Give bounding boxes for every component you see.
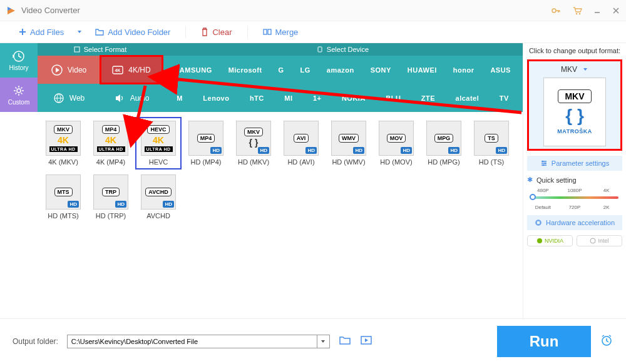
output-format-box[interactable]: MKV MKV { } MATROŠKA [527,59,622,151]
format-label: AVCHD [146,212,170,220]
slider-thumb[interactable] [530,194,536,200]
format-item-hd-mp4-[interactable]: MP4HDHD (MP4) [184,118,228,168]
separator [247,26,248,38]
output-format-title: Click to change output format: [527,47,622,54]
brand-amazon[interactable]: amazon [327,66,354,74]
add-files-button[interactable]: Add Files [13,25,70,39]
main: History Custom Select Format Select Devi… [0,43,626,318]
format-item-hd-trp-[interactable]: TRPHDHD (TRP) [89,172,133,222]
format-item-hd-mpg-[interactable]: MPGHDHD (MPG) [422,118,466,168]
output-folder-dropdown[interactable] [317,335,329,348]
svg-point-17 [542,161,544,163]
intel-chip[interactable]: Intel [577,235,622,246]
minimize-icon[interactable] [593,7,601,14]
audio-category[interactable]: Audio [100,84,163,112]
key-icon[interactable] [551,6,561,16]
quick-setting-section: ✱ Quick setting 480P1080P4K Default720P2… [527,176,622,210]
merge-label: Merge [275,28,299,37]
chip-icon [535,219,542,226]
hw-chips: NVIDIA Intel [527,235,622,246]
brand-mi[interactable]: MI [284,94,292,102]
output-folder-input[interactable] [67,335,330,348]
svg-point-3 [576,13,577,14]
brands-row-1: SAMSUNGMicrosoftGLGamazonSONYHUAWEIhonor… [163,66,523,74]
format-label: HD (MKV) [238,158,269,166]
brand-zte[interactable]: ZTE [421,94,435,102]
brand-g[interactable]: G [279,66,284,74]
web-category[interactable]: Web [38,84,100,112]
4k-hd-category[interactable]: 4K 4K/HD [100,56,163,84]
svg-text:4K: 4K [115,68,121,73]
hardware-accel-button[interactable]: Hardware acceleration [527,215,622,230]
ribbon: Select Format Select Device Video 4K [38,43,523,112]
ribbon-row-2: Web Audio MLenovohTCMI1+NOKIABLUZTEalcat… [38,84,523,112]
svg-point-21 [537,238,542,243]
quality-slider[interactable]: 480P1080P4K Default720P2K [527,188,622,210]
matroska-icon: { } [565,106,584,126]
app-logo-icon [6,6,16,16]
brand-samsung[interactable]: SAMSUNG [175,66,212,74]
brand-tv[interactable]: TV [500,94,509,102]
cart-icon[interactable] [572,6,582,16]
svg-rect-10 [74,47,80,52]
clear-button[interactable]: Clear [195,25,238,39]
format-item-hevc[interactable]: HEVC4KULTRA HDHEVC [136,118,180,168]
parameter-settings-button[interactable]: Parameter settings [527,156,622,171]
format-item-4k-mkv-[interactable]: MKV4KULTRA HD4K (MKV) [41,118,85,168]
chevron-down-icon [582,66,588,73]
quick-setting-header: ✱ Quick setting [527,176,622,184]
brand-blu[interactable]: BLU [386,94,401,102]
format-item-hd-ts-[interactable]: TSHDHD (TS) [470,118,513,168]
format-item-hd-avi-[interactable]: AVIHDHD (AVI) [279,118,323,168]
format-item-4k-mp4-[interactable]: MP44KULTRA HD4K (MP4) [89,118,133,168]
brand-nokia[interactable]: NOKIA [342,94,366,102]
brand-htc[interactable]: hTC [250,94,264,102]
output-format-preview: MKV { } MATROŠKA [543,78,606,146]
browse-folder-icon[interactable] [339,335,351,348]
add-folder-label: Add Video Folder [108,28,170,37]
format-item-hd-mkv-[interactable]: MKV{ }HDHD (MKV) [232,118,275,168]
history-tab[interactable]: History [0,43,38,78]
add-files-dropdown[interactable] [74,26,85,38]
video-folder-icon[interactable] [360,335,372,348]
brand-asus[interactable]: ASUS [490,66,511,74]
format-item-hd-mts-[interactable]: MTSHDHD (MTS) [41,172,85,222]
folder-icon [95,28,104,36]
gear-icon [13,84,25,97]
format-icon [74,46,80,53]
brand-m[interactable]: M [177,94,183,102]
svg-rect-6 [264,29,267,34]
svg-rect-20 [536,221,540,225]
globe-icon [53,93,64,104]
output-format-select[interactable]: MKV [557,64,592,75]
chevron-down-icon [76,29,83,35]
format-label: HD (MTS) [48,212,79,220]
add-video-folder-button[interactable]: Add Video Folder [89,25,177,39]
svg-point-2 [552,9,556,13]
close-icon[interactable] [612,7,620,14]
video-category[interactable]: Video [38,56,100,84]
output-folder-field[interactable] [68,335,317,348]
svg-point-19 [543,164,545,166]
brand-huawei[interactable]: HUAWEI [408,66,437,74]
select-format-header: Select Format [38,43,163,56]
run-button[interactable]: Run [497,326,591,357]
brand-lenovo[interactable]: Lenovo [203,94,229,102]
brand-honor[interactable]: honor [453,66,475,74]
nvidia-chip[interactable]: NVIDIA [527,235,573,246]
brand-sony[interactable]: SONY [371,66,391,74]
brand-alcatel[interactable]: alcatel [456,94,480,102]
format-label: 4K (MP4) [96,158,125,166]
format-item-hd-wmv-[interactable]: WMVHDHD (WMV) [327,118,371,168]
titlebar: Video Converter [0,0,626,21]
alarm-icon[interactable] [600,333,613,350]
merge-button[interactable]: Merge [257,25,305,39]
format-item-hd-mov-[interactable]: MOVHDHD (MOV) [374,118,418,168]
brand-1+[interactable]: 1+ [313,94,322,102]
select-device-header: Select Device [163,43,523,56]
format-item-avchd[interactable]: AVCHDHDAVCHD [136,172,180,222]
clear-label: Clear [212,28,232,37]
brand-microsoft[interactable]: Microsoft [228,66,262,74]
custom-tab[interactable]: Custom [0,78,38,112]
brand-lg[interactable]: LG [300,66,310,74]
